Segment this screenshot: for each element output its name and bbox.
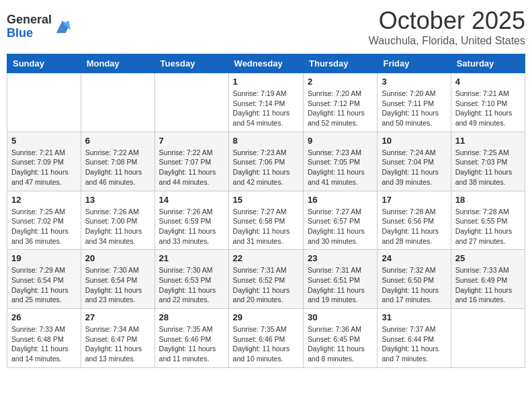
day-info: Sunrise: 7:23 AM Sunset: 7:05 PM Dayligh… xyxy=(308,148,373,187)
day-info: Sunrise: 7:31 AM Sunset: 6:51 PM Dayligh… xyxy=(308,265,373,305)
calendar-cell xyxy=(7,73,81,132)
day-number: 24 xyxy=(382,253,446,263)
calendar-header-monday: Monday xyxy=(81,54,154,73)
day-number: 23 xyxy=(308,253,373,263)
day-info: Sunrise: 7:24 AM Sunset: 7:04 PM Dayligh… xyxy=(382,148,446,187)
day-info: Sunrise: 7:28 AM Sunset: 6:56 PM Dayligh… xyxy=(382,207,446,246)
day-number: 22 xyxy=(233,253,299,263)
day-info: Sunrise: 7:32 AM Sunset: 6:50 PM Dayligh… xyxy=(382,265,446,305)
calendar-cell: 14Sunrise: 7:26 AM Sunset: 6:59 PM Dayli… xyxy=(154,191,228,250)
day-number: 12 xyxy=(11,195,77,205)
calendar-table: SundayMondayTuesdayWednesdayThursdayFrid… xyxy=(7,54,525,368)
calendar-cell: 22Sunrise: 7:31 AM Sunset: 6:52 PM Dayli… xyxy=(228,250,303,309)
calendar-cell: 16Sunrise: 7:27 AM Sunset: 6:57 PM Dayli… xyxy=(304,191,378,250)
day-number: 6 xyxy=(85,136,150,146)
day-number: 5 xyxy=(11,136,77,146)
calendar-cell: 15Sunrise: 7:27 AM Sunset: 6:58 PM Dayli… xyxy=(228,191,303,250)
calendar-week-2: 5Sunrise: 7:21 AM Sunset: 7:09 PM Daylig… xyxy=(7,132,525,191)
day-number: 14 xyxy=(159,195,224,205)
calendar-cell: 23Sunrise: 7:31 AM Sunset: 6:51 PM Dayli… xyxy=(304,250,378,309)
logo-icon xyxy=(53,17,72,36)
calendar-cell: 8Sunrise: 7:23 AM Sunset: 7:06 PM Daylig… xyxy=(228,132,303,191)
day-info: Sunrise: 7:35 AM Sunset: 6:46 PM Dayligh… xyxy=(233,324,299,364)
title-block: October 2025 Wauchula, Florida, United S… xyxy=(369,7,525,47)
day-info: Sunrise: 7:21 AM Sunset: 7:10 PM Dayligh… xyxy=(455,89,521,128)
day-number: 25 xyxy=(455,253,521,263)
day-number: 8 xyxy=(233,136,299,146)
calendar-cell: 5Sunrise: 7:21 AM Sunset: 7:09 PM Daylig… xyxy=(7,132,81,191)
day-number: 4 xyxy=(455,77,521,87)
day-info: Sunrise: 7:37 AM Sunset: 6:44 PM Dayligh… xyxy=(382,324,446,364)
day-info: Sunrise: 7:28 AM Sunset: 6:55 PM Dayligh… xyxy=(455,207,521,246)
day-number: 30 xyxy=(308,312,373,322)
day-info: Sunrise: 7:29 AM Sunset: 6:54 PM Dayligh… xyxy=(11,265,77,305)
calendar-cell xyxy=(154,73,228,132)
day-info: Sunrise: 7:27 AM Sunset: 6:58 PM Dayligh… xyxy=(233,207,299,246)
calendar-cell: 25Sunrise: 7:33 AM Sunset: 6:49 PM Dayli… xyxy=(451,250,525,309)
day-number: 18 xyxy=(455,195,521,205)
logo-blue: Blue xyxy=(7,27,52,40)
page-header: General Blue October 2025 Wauchula, Flor… xyxy=(7,7,525,47)
calendar-cell: 31Sunrise: 7:37 AM Sunset: 6:44 PM Dayli… xyxy=(378,309,451,368)
calendar-cell: 12Sunrise: 7:25 AM Sunset: 7:02 PM Dayli… xyxy=(7,191,81,250)
day-number: 17 xyxy=(382,195,446,205)
calendar-cell: 19Sunrise: 7:29 AM Sunset: 6:54 PM Dayli… xyxy=(7,250,81,309)
day-number: 21 xyxy=(159,253,224,263)
day-number: 11 xyxy=(455,136,521,146)
day-info: Sunrise: 7:33 AM Sunset: 6:48 PM Dayligh… xyxy=(11,324,77,364)
day-number: 15 xyxy=(233,195,299,205)
calendar-cell: 6Sunrise: 7:22 AM Sunset: 7:08 PM Daylig… xyxy=(81,132,154,191)
calendar-header-tuesday: Tuesday xyxy=(154,54,228,73)
calendar-cell: 1Sunrise: 7:19 AM Sunset: 7:14 PM Daylig… xyxy=(228,73,303,132)
calendar-cell: 4Sunrise: 7:21 AM Sunset: 7:10 PM Daylig… xyxy=(451,73,525,132)
day-number: 29 xyxy=(233,312,299,322)
day-info: Sunrise: 7:35 AM Sunset: 6:46 PM Dayligh… xyxy=(159,324,224,364)
day-info: Sunrise: 7:34 AM Sunset: 6:47 PM Dayligh… xyxy=(85,324,150,364)
calendar-week-4: 19Sunrise: 7:29 AM Sunset: 6:54 PM Dayli… xyxy=(7,250,525,309)
day-number: 16 xyxy=(308,195,373,205)
calendar-header-wednesday: Wednesday xyxy=(228,54,303,73)
calendar-header-saturday: Saturday xyxy=(451,54,525,73)
day-info: Sunrise: 7:19 AM Sunset: 7:14 PM Dayligh… xyxy=(233,89,299,128)
day-info: Sunrise: 7:22 AM Sunset: 7:08 PM Dayligh… xyxy=(85,148,150,187)
calendar-cell: 13Sunrise: 7:26 AM Sunset: 7:00 PM Dayli… xyxy=(81,191,154,250)
day-number: 10 xyxy=(382,136,446,146)
day-info: Sunrise: 7:26 AM Sunset: 7:00 PM Dayligh… xyxy=(85,207,150,246)
calendar-cell: 27Sunrise: 7:34 AM Sunset: 6:47 PM Dayli… xyxy=(81,309,154,368)
day-info: Sunrise: 7:21 AM Sunset: 7:09 PM Dayligh… xyxy=(11,148,77,187)
day-number: 1 xyxy=(233,77,299,87)
day-number: 2 xyxy=(308,77,373,87)
calendar-cell: 24Sunrise: 7:32 AM Sunset: 6:50 PM Dayli… xyxy=(378,250,451,309)
month-title: October 2025 xyxy=(369,7,525,35)
day-info: Sunrise: 7:26 AM Sunset: 6:59 PM Dayligh… xyxy=(159,207,224,246)
calendar-cell: 10Sunrise: 7:24 AM Sunset: 7:04 PM Dayli… xyxy=(378,132,451,191)
day-info: Sunrise: 7:30 AM Sunset: 6:54 PM Dayligh… xyxy=(85,265,150,305)
day-info: Sunrise: 7:31 AM Sunset: 6:52 PM Dayligh… xyxy=(233,265,299,305)
calendar-week-5: 26Sunrise: 7:33 AM Sunset: 6:48 PM Dayli… xyxy=(7,309,525,368)
day-info: Sunrise: 7:25 AM Sunset: 7:03 PM Dayligh… xyxy=(455,148,521,187)
day-number: 9 xyxy=(308,136,373,146)
calendar-cell: 18Sunrise: 7:28 AM Sunset: 6:55 PM Dayli… xyxy=(451,191,525,250)
calendar-cell: 2Sunrise: 7:20 AM Sunset: 7:12 PM Daylig… xyxy=(304,73,378,132)
calendar-week-1: 1Sunrise: 7:19 AM Sunset: 7:14 PM Daylig… xyxy=(7,73,525,132)
day-info: Sunrise: 7:33 AM Sunset: 6:49 PM Dayligh… xyxy=(455,265,521,305)
calendar-cell: 20Sunrise: 7:30 AM Sunset: 6:54 PM Dayli… xyxy=(81,250,154,309)
day-info: Sunrise: 7:20 AM Sunset: 7:11 PM Dayligh… xyxy=(382,89,446,128)
calendar-header-thursday: Thursday xyxy=(304,54,378,73)
calendar-cell: 29Sunrise: 7:35 AM Sunset: 6:46 PM Dayli… xyxy=(228,309,303,368)
calendar-header-friday: Friday xyxy=(378,54,451,73)
calendar-cell: 17Sunrise: 7:28 AM Sunset: 6:56 PM Dayli… xyxy=(378,191,451,250)
day-number: 28 xyxy=(159,312,224,322)
calendar-cell: 11Sunrise: 7:25 AM Sunset: 7:03 PM Dayli… xyxy=(451,132,525,191)
day-info: Sunrise: 7:25 AM Sunset: 7:02 PM Dayligh… xyxy=(11,207,77,246)
calendar-cell: 3Sunrise: 7:20 AM Sunset: 7:11 PM Daylig… xyxy=(378,73,451,132)
calendar-header-row: SundayMondayTuesdayWednesdayThursdayFrid… xyxy=(7,54,525,73)
day-number: 26 xyxy=(11,312,77,322)
day-info: Sunrise: 7:20 AM Sunset: 7:12 PM Dayligh… xyxy=(308,89,373,128)
calendar-cell: 26Sunrise: 7:33 AM Sunset: 6:48 PM Dayli… xyxy=(7,309,81,368)
day-number: 31 xyxy=(382,312,446,322)
day-number: 27 xyxy=(85,312,150,322)
calendar-cell xyxy=(451,309,525,368)
location-title: Wauchula, Florida, United States xyxy=(369,35,525,47)
day-info: Sunrise: 7:22 AM Sunset: 7:07 PM Dayligh… xyxy=(159,148,224,187)
